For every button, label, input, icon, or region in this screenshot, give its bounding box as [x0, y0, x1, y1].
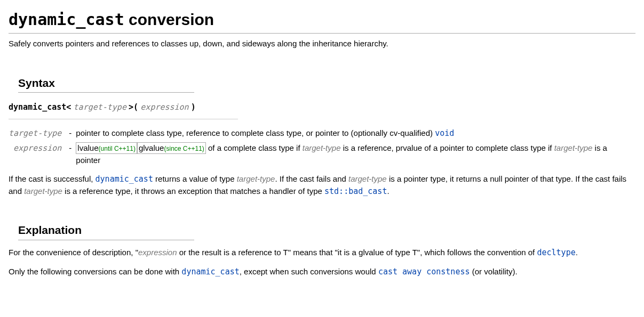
- syntax-param-target-type: target-type: [74, 102, 126, 112]
- param-name: expression: [13, 143, 61, 153]
- revision-box-until-cpp11: lvalue(until C++11): [76, 142, 137, 154]
- param-inline-target-type: target-type: [554, 143, 593, 152]
- text: or the result is a reference to T" means…: [177, 248, 537, 257]
- syntax-heading: Syntax: [18, 75, 194, 93]
- syntax-param-expression: expression: [140, 102, 188, 112]
- param-table: target-type - pointer to complete class …: [9, 126, 635, 168]
- explanation-para-2: Only the following conversions can be do…: [9, 266, 635, 278]
- param-inline-expression: expression: [138, 248, 177, 257]
- syntax-kw: dynamic_cast<: [9, 102, 71, 112]
- text: returns a value of type: [153, 174, 237, 183]
- param-inline-target-type: target-type: [303, 143, 341, 152]
- param-dash: -: [65, 141, 76, 168]
- explanation-para-1: For the convenience of description, "exp…: [9, 247, 635, 259]
- param-row: target-type - pointer to complete class …: [9, 126, 635, 141]
- page-title: dynamic_cast conversion: [9, 7, 635, 34]
- rev-text: glvalue: [139, 143, 164, 152]
- rev-mark: (since C++11): [164, 145, 204, 152]
- syntax-declaration: dynamic_cast< target-type >( expression …: [9, 98, 238, 119]
- param-dash: -: [65, 126, 76, 141]
- param-row: expression - lvalue(until C++11)glvalue(…: [9, 141, 635, 168]
- text: , except when such conversions would: [240, 267, 378, 276]
- text: For the convenience of description, ": [9, 248, 138, 257]
- text: (or volatility).: [470, 267, 517, 276]
- rev-text: lvalue: [77, 143, 98, 152]
- param-desc: lvalue(until C++11)glvalue(since C++11) …: [76, 141, 635, 168]
- explanation-heading: Explanation: [18, 222, 194, 240]
- param-inline-target-type: target-type: [24, 186, 62, 196]
- intro-text: Safely converts pointers and references …: [9, 38, 635, 50]
- revision-box-since-cpp11: glvalue(since C++11): [137, 142, 206, 154]
- dynamic-cast-link[interactable]: dynamic_cast: [96, 174, 153, 184]
- title-code: dynamic_cast: [9, 10, 124, 29]
- param-name: target-type: [9, 128, 61, 138]
- param-inline-target-type: target-type: [348, 174, 387, 183]
- void-link[interactable]: void: [435, 128, 454, 138]
- syntax-kw: >(: [129, 102, 138, 112]
- cast-away-constness-link[interactable]: cast away constness: [378, 267, 470, 277]
- bad-cast-link[interactable]: std::bad_cast: [324, 186, 387, 196]
- syntax-kw: ): [191, 102, 196, 112]
- rev-mark: (until C++11): [99, 145, 136, 152]
- param-desc-text: of a complete class type if: [206, 143, 303, 152]
- decltype-link[interactable]: decltype: [537, 248, 575, 257]
- text: . If the cast fails and: [275, 174, 348, 183]
- param-inline-target-type: target-type: [237, 174, 275, 183]
- result-paragraph: If the cast is successful, dynamic_cast …: [9, 173, 635, 197]
- text: .: [576, 248, 578, 257]
- title-rest: conversion: [124, 11, 214, 28]
- text: Only the following conversions can be do…: [9, 267, 181, 276]
- text: .: [387, 186, 389, 196]
- param-desc: pointer to complete class type, referenc…: [76, 126, 635, 141]
- param-desc-text: is a reference, prvalue of a pointer to …: [340, 143, 554, 152]
- param-desc-text: pointer to complete class type, referenc…: [76, 128, 435, 137]
- text: If the cast is successful,: [9, 174, 96, 183]
- dynamic-cast-link[interactable]: dynamic_cast: [181, 267, 239, 277]
- text: is a reference type, it throws an except…: [62, 186, 324, 196]
